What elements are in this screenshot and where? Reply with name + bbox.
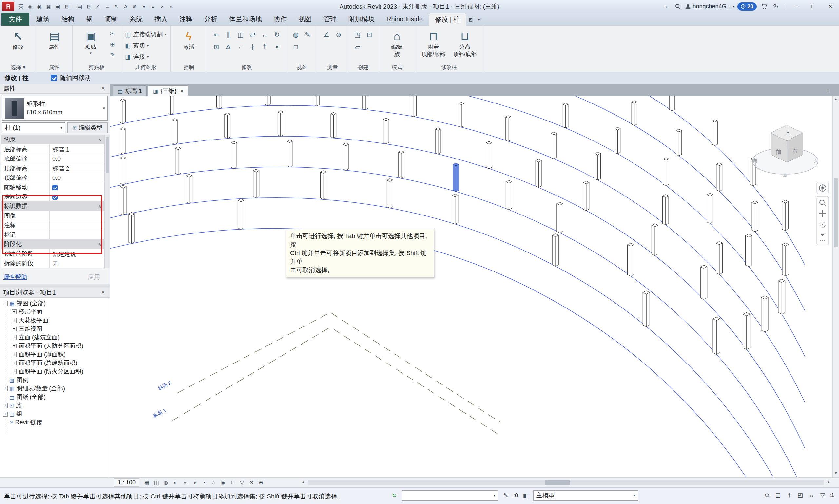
scroll-down-icon[interactable]: ▼	[833, 471, 839, 477]
ribbon-tab-插入[interactable]: 插入	[148, 13, 173, 25]
tree-item-天花板平面[interactable]: +天花板平面	[0, 316, 110, 325]
panel-label[interactable]: 测量	[317, 64, 348, 71]
expand-icon[interactable]: +	[12, 326, 17, 331]
ribbon-tab-体量和场地[interactable]: 体量和场地	[223, 13, 268, 25]
close-icon[interactable]: ×	[180, 88, 183, 94]
rendering-dialog-icon[interactable]: ◔	[199, 479, 208, 487]
copy-icon[interactable]: ⊞	[108, 40, 117, 49]
delete-icon[interactable]: ×	[272, 41, 282, 52]
checkbox-icon[interactable]	[52, 185, 58, 190]
horizontal-scrollbar[interactable]	[308, 480, 824, 485]
tree-item-Revit 链接[interactable]: ∞Revit 链接	[0, 418, 110, 427]
ribbon-tab-钢[interactable]: 钢	[80, 13, 99, 25]
select-pinned-icon[interactable]: †	[785, 491, 793, 500]
search-icon[interactable]	[674, 2, 682, 11]
scroll-up-icon[interactable]: ▲	[833, 97, 839, 103]
minimize-button[interactable]: –	[789, 1, 804, 12]
ribbon-display-toggle[interactable]: ◩	[466, 14, 475, 24]
tree-item-面积平面 (总建筑面积)[interactable]: +面积平面 (总建筑面积)	[0, 359, 110, 367]
hide-elements-icon[interactable]: ◍	[291, 30, 301, 40]
ribbon-tab-视图[interactable]: 视图	[293, 13, 318, 25]
detach-top-base-button[interactable]: ⊔分离顶部/底部	[451, 28, 479, 58]
ribbon-tab-管理[interactable]: 管理	[318, 13, 343, 25]
account-menu[interactable]: hongchen4G... ▾	[685, 3, 735, 10]
panel-label[interactable]: 视图	[286, 64, 317, 71]
expand-icon[interactable]: +	[12, 361, 17, 365]
panel-label[interactable]: 修改	[207, 64, 286, 71]
cancel-icon[interactable]: ×	[158, 2, 167, 11]
parameter-value[interactable]	[50, 220, 104, 230]
close-button[interactable]: ×	[823, 1, 838, 12]
active-workset-combo[interactable]: ▾	[402, 490, 498, 501]
paste-button[interactable]: ▣粘贴▾	[77, 28, 105, 55]
panel-label[interactable]: 剪贴板	[73, 64, 121, 71]
design-options-icon[interactable]: ◧	[521, 491, 530, 500]
ime-keyboard-icon[interactable]: ▦	[44, 2, 53, 11]
split-icon[interactable]: ∤	[247, 41, 258, 52]
parameter-value[interactable]	[50, 211, 104, 220]
expand-icon[interactable]: +	[3, 386, 7, 391]
close-icon[interactable]: ×	[99, 85, 106, 92]
tree-item-图纸 (全部)[interactable]: ▤图纸 (全部)	[0, 393, 110, 401]
section-header-标识数据[interactable]: 标识数据∧	[1, 201, 104, 211]
modify-arrow-icon[interactable]: ↖	[112, 2, 121, 11]
expand-icon[interactable]: +	[12, 352, 17, 357]
design-option-combo[interactable]: 主模型 ▾	[533, 490, 638, 501]
displacement-sets-icon[interactable]: ⊘	[247, 479, 256, 487]
parameter-value[interactable]: 无	[50, 258, 104, 268]
parameter-value[interactable]	[50, 182, 104, 192]
ribbon-tab-修改 | 柱[interactable]: 修改 | 柱	[429, 13, 466, 25]
ribbon-tab-注释[interactable]: 注释	[173, 13, 198, 25]
offset-icon[interactable]: ∥	[223, 30, 234, 40]
show-crop-region-icon[interactable]: ◫	[152, 479, 161, 487]
match-type-icon[interactable]: ✎	[108, 50, 117, 59]
legend-component-icon[interactable]: ◳	[352, 30, 363, 40]
section-header-约束[interactable]: 约束∧	[1, 135, 104, 144]
view-tab-menu-icon[interactable]: ≡	[827, 88, 831, 95]
mirror-icon[interactable]: ◫	[235, 30, 246, 40]
checkbox-icon[interactable]	[52, 195, 58, 200]
panel-label[interactable]: 几何图形	[121, 64, 171, 71]
ribbon-tab-附加模块[interactable]: 附加模块	[343, 13, 381, 25]
store-cart-icon[interactable]	[760, 2, 768, 11]
scroll-right-icon[interactable]: ▸	[827, 480, 830, 484]
scroll-left-icon[interactable]: ◂	[302, 480, 304, 484]
scrollbar-thumb[interactable]	[834, 178, 838, 247]
temporary-view-properties-icon[interactable]: ⌗	[228, 479, 237, 487]
measure-icon[interactable]: ∠	[94, 2, 102, 11]
ime-speaker-icon[interactable]: ◉	[35, 2, 43, 11]
select-links-icon[interactable]: ⊙	[763, 491, 771, 500]
trim-icon[interactable]: ⌐	[235, 41, 246, 52]
shadows-icon[interactable]: ◑	[190, 479, 198, 487]
ime-toolbox-icon[interactable]: ▣	[53, 2, 62, 11]
chevron-down-icon[interactable]: ▾	[103, 106, 105, 111]
tree-item-面积平面 (人防分区面积)[interactable]: +面积平面 (人防分区面积)	[0, 342, 110, 350]
expand-icon[interactable]: +	[3, 403, 7, 408]
tree-item-三维视图[interactable]: +三维视图	[0, 325, 110, 333]
parameter-value[interactable]	[50, 230, 104, 239]
panel-label[interactable]: 选择 ▾	[0, 64, 36, 71]
apply-button[interactable]: 应用	[82, 272, 106, 282]
type-selector[interactable]: 矩形柱 610 x 610mm ▾	[2, 96, 108, 121]
ime-settings-icon[interactable]: ⊞	[63, 2, 71, 11]
ribbon-tab-Rhino.Inside[interactable]: Rhino.Inside	[381, 13, 429, 25]
move-with-grids-option[interactable]: 随轴网移动	[51, 74, 91, 82]
parameter-value[interactable]	[50, 192, 104, 201]
trial-timer-badge[interactable]: 20	[737, 2, 757, 11]
pin-icon[interactable]: †	[260, 41, 270, 52]
ime-mic-icon[interactable]: ◎	[26, 2, 34, 11]
parameter-value[interactable]: 标高 2	[50, 163, 104, 173]
tree-item-族[interactable]: +⊡族	[0, 401, 110, 410]
select-by-face-icon[interactable]: ◰	[796, 491, 805, 500]
tree-item-面积平面 (防火分区面积)[interactable]: +面积平面 (防火分区面积)	[0, 367, 110, 376]
properties-button[interactable]: ▤属性	[40, 28, 69, 50]
editing-requests-icon[interactable]: ✎	[502, 491, 510, 500]
properties-help-link[interactable]: 属性帮助	[3, 273, 27, 281]
modify-button[interactable]: ↖修改	[4, 28, 32, 50]
expand-icon[interactable]: +	[3, 412, 7, 417]
qat-overflow-icon[interactable]: »	[167, 2, 176, 11]
tree-item-面积平面 (净面积)[interactable]: +面积平面 (净面积)	[0, 350, 110, 359]
sun-path-icon[interactable]: ☼	[180, 479, 189, 487]
measure-tool-icon[interactable]: ∠	[321, 30, 332, 40]
cut-geometry-button[interactable]: ◧剪切▾	[125, 41, 167, 50]
